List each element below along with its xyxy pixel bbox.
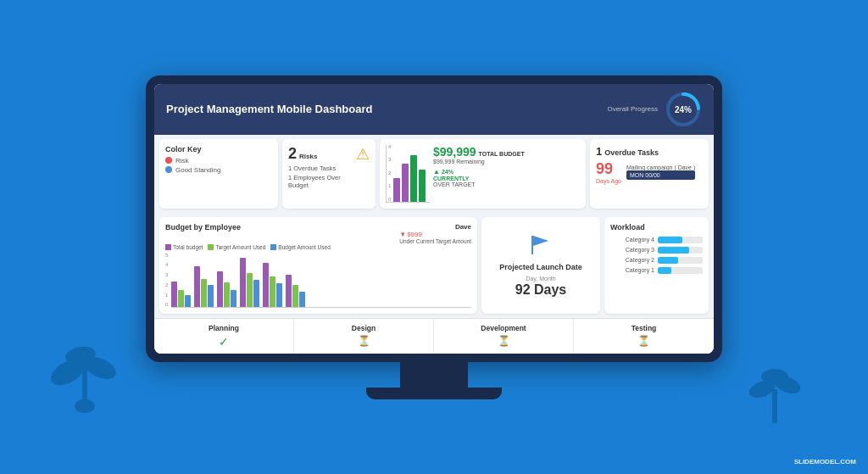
emp-bar-1c bbox=[185, 295, 191, 307]
monitor-stand bbox=[400, 362, 468, 388]
stage-development-icon: ⏳ bbox=[439, 335, 568, 347]
bar-groups bbox=[171, 253, 471, 308]
svg-rect-5 bbox=[772, 389, 777, 423]
overdue-task-name: Mailing campaign ( Dave ) bbox=[626, 165, 695, 170]
monitor-wrapper: Project Management Mobile Dashboard Over… bbox=[146, 75, 722, 399]
stage-development-name: Development bbox=[439, 324, 568, 332]
plant-right-decoration bbox=[749, 347, 800, 432]
stage-planning-name: Planning bbox=[159, 324, 288, 332]
budget-amount: $99,999 bbox=[433, 145, 476, 159]
workload-title: Workload bbox=[610, 223, 703, 231]
overdue-count: 1 bbox=[596, 145, 602, 158]
color-key-title: Color Key bbox=[165, 145, 272, 153]
note-amount: $999 bbox=[407, 231, 422, 238]
emp-bar-2a bbox=[194, 266, 200, 307]
overall-progress: Overall Progress 24% bbox=[607, 91, 702, 128]
progress-pct-text: 24% bbox=[675, 104, 692, 114]
emp-bar-4c bbox=[253, 280, 259, 307]
legend-risk: Risk bbox=[165, 157, 272, 165]
arrow-down-icon: ▼ bbox=[399, 231, 406, 238]
mini-bar-1 bbox=[393, 178, 400, 202]
legend-budget-label: Budget Amount Used bbox=[278, 244, 330, 250]
stage-testing-name: Testing bbox=[579, 324, 709, 332]
top-row: Color Key Risk Good Standing bbox=[154, 135, 714, 213]
emp-bar-5b bbox=[270, 276, 275, 307]
mini-bar-2 bbox=[402, 164, 409, 202]
launch-flag-icon bbox=[528, 232, 554, 259]
stage-planning-icon: ✓ bbox=[159, 335, 288, 349]
workload-cat3-bar-bg bbox=[658, 247, 703, 254]
bar-group-2 bbox=[194, 266, 214, 307]
stages-row: Planning ✓ Design ⏳ Development ⏳ Testin… bbox=[154, 318, 714, 354]
budget-employee-legend: Total budget Target Amount Used Budget A… bbox=[165, 244, 471, 250]
workload-cat1-bar-bg bbox=[658, 267, 703, 274]
note-name: Dave bbox=[399, 223, 471, 231]
budget-remaining: $99,999 Remaining bbox=[433, 159, 525, 165]
workload-cat4-bar-fill bbox=[658, 237, 682, 243]
budget-employee-header: Budget by Employee Dave ▼ $999 Under Cur… bbox=[165, 223, 471, 244]
risk-dot bbox=[165, 157, 172, 164]
monitor-body: Project Management Mobile Dashboard Over… bbox=[146, 75, 722, 362]
plant-left-decoration bbox=[51, 321, 119, 423]
stage-testing: Testing ⏳ bbox=[574, 319, 714, 354]
stage-testing-icon: ⏳ bbox=[579, 335, 709, 347]
currently-row: ▲ 24% CURRENTLY OVER TARGET bbox=[433, 168, 525, 187]
mini-bar-chart: 4 3 2 1 0 bbox=[386, 145, 430, 203]
over-target: OVER TARGET bbox=[433, 181, 525, 187]
stage-planning: Planning ✓ bbox=[154, 319, 294, 354]
workload-card: Workload Category 4 Category 3 bbox=[604, 217, 709, 314]
workload-row-cat3: Category 3 bbox=[610, 247, 703, 254]
warning-icon: ⚠ bbox=[356, 145, 370, 164]
legend-sq-total bbox=[165, 244, 171, 250]
workload-cat4-bar-bg bbox=[658, 237, 703, 243]
budget-employee-title: Budget by Employee bbox=[165, 223, 241, 231]
overdue-label: Overdue Tasks bbox=[604, 148, 659, 157]
launch-subtitle: Day, Month bbox=[526, 276, 555, 282]
workload-cat4-label: Category 4 bbox=[610, 237, 654, 243]
emp-bar-1b bbox=[178, 290, 184, 307]
budget-employee-card: Budget by Employee Dave ▼ $999 Under Cur… bbox=[159, 217, 477, 314]
bar-group-5 bbox=[263, 263, 282, 307]
overdue-days-block: 99 Days Ago bbox=[596, 160, 621, 184]
workload-cat3-bar-fill bbox=[658, 247, 689, 254]
mini-bar-3 bbox=[410, 155, 417, 202]
good-dot bbox=[165, 166, 172, 173]
emp-bar-1a bbox=[171, 282, 177, 307]
risks-card: 2 Risks 1 Overdue Tasks 1 Employees Over… bbox=[282, 139, 376, 209]
workload-cat2-label: Category 2 bbox=[610, 257, 654, 263]
svg-point-8 bbox=[761, 369, 788, 384]
mini-bar-4 bbox=[419, 170, 426, 202]
risk-label-text: Risks bbox=[299, 153, 317, 160]
monitor-base bbox=[366, 388, 502, 399]
bar-group-6 bbox=[286, 275, 305, 307]
emp-bar-4b bbox=[247, 273, 253, 307]
bar-group-3 bbox=[217, 271, 236, 307]
legend-target-label: Target Amount Used bbox=[215, 244, 265, 250]
legend-sq-budget bbox=[270, 244, 276, 250]
emp-bar-2b bbox=[201, 279, 207, 307]
emp-bar-6b bbox=[292, 285, 298, 307]
emp-bar-6c bbox=[299, 292, 305, 307]
legend-target-used: Target Amount Used bbox=[208, 244, 265, 250]
currently-label: CURRENTLY bbox=[433, 176, 525, 181]
budget-total-card: 4 3 2 1 0 bbox=[380, 139, 586, 209]
overall-progress-label: Overall Progress bbox=[607, 105, 658, 113]
workload-row-cat1: Category 1 bbox=[610, 267, 703, 274]
risk-item-1: 1 Overdue Tasks bbox=[288, 165, 351, 172]
emp-bar-5c bbox=[276, 283, 282, 307]
stage-design-name: Design bbox=[299, 324, 428, 332]
stage-development: Development ⏳ bbox=[434, 319, 574, 354]
legend-total-budget: Total budget bbox=[165, 244, 203, 250]
dashboard-title: Project Management Mobile Dashboard bbox=[166, 103, 372, 115]
bottom-row: Budget by Employee Dave ▼ $999 Under Cur… bbox=[154, 213, 714, 318]
overdue-card: 1 Overdue Tasks 99 Days Ago Mailing camp… bbox=[590, 139, 709, 209]
bar-group-4 bbox=[240, 258, 259, 307]
stage-design: Design ⏳ bbox=[294, 319, 434, 354]
dashboard: Project Management Mobile Dashboard Over… bbox=[154, 84, 714, 354]
svg-marker-12 bbox=[533, 236, 548, 246]
stage-design-icon: ⏳ bbox=[299, 335, 428, 347]
watermark: SLIDEMODEL.COM bbox=[794, 458, 856, 466]
workload-cat2-bar-fill bbox=[658, 257, 678, 264]
workload-cat1-label: Category 1 bbox=[610, 267, 654, 273]
legend-budget-used: Budget Amount Used bbox=[270, 244, 330, 250]
